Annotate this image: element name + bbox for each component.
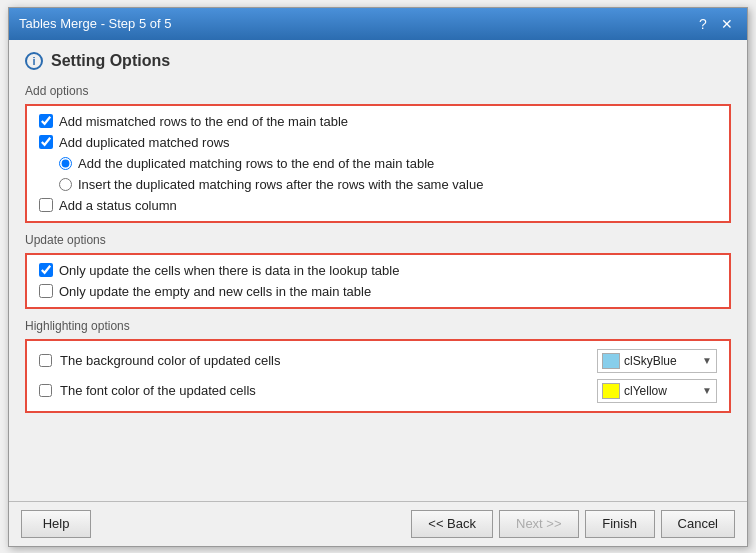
update-options-box: Only update the cells when there is data… xyxy=(25,253,731,309)
update-options-section: Update options Only update the cells whe… xyxy=(25,233,731,309)
title-bar-buttons: ? ✕ xyxy=(693,14,737,34)
font-color-swatch xyxy=(602,383,620,399)
font-color-label: The font color of the updated cells xyxy=(60,383,300,398)
highlight-options-box: The background color of updated cells cl… xyxy=(25,339,731,413)
footer-right: << Back Next >> Finish Cancel xyxy=(411,510,735,538)
title-bar-text: Tables Merge - Step 5 of 5 xyxy=(19,16,171,31)
radio-end-label: Add the duplicated matching rows to the … xyxy=(78,156,434,171)
update-lookup-label: Only update the cells when there is data… xyxy=(59,263,399,278)
highlight-options-label: Highlighting options xyxy=(25,319,731,333)
close-title-button[interactable]: ✕ xyxy=(717,14,737,34)
page-header: i Setting Options xyxy=(25,52,731,70)
back-button[interactable]: << Back xyxy=(411,510,493,538)
add-status-row[interactable]: Add a status column xyxy=(39,198,717,213)
content-area: i Setting Options Add options Add mismat… xyxy=(9,40,747,501)
update-empty-row[interactable]: Only update the empty and new cells in t… xyxy=(39,284,717,299)
font-color-checkbox[interactable] xyxy=(39,384,52,397)
help-title-button[interactable]: ? xyxy=(693,14,713,34)
add-mismatched-row[interactable]: Add mismatched rows to the end of the ma… xyxy=(39,114,717,129)
radio-end-input[interactable] xyxy=(59,157,72,170)
update-empty-checkbox[interactable] xyxy=(39,284,53,298)
add-status-label: Add a status column xyxy=(59,198,177,213)
radio-after-row[interactable]: Insert the duplicated matching rows afte… xyxy=(59,177,717,192)
dialog-window: Tables Merge - Step 5 of 5 ? ✕ i Setting… xyxy=(8,7,748,547)
add-options-label: Add options xyxy=(25,84,731,98)
bg-color-label: The background color of updated cells xyxy=(60,353,300,368)
font-color-row: The font color of the updated cells clYe… xyxy=(39,379,717,403)
footer-left: Help xyxy=(21,510,91,538)
radio-after-input[interactable] xyxy=(59,178,72,191)
font-color-dropdown[interactable]: clYellow ▼ xyxy=(597,379,717,403)
next-button[interactable]: Next >> xyxy=(499,510,579,538)
bg-color-swatch xyxy=(602,353,620,369)
font-color-name: clYellow xyxy=(624,384,696,398)
title-bar: Tables Merge - Step 5 of 5 ? ✕ xyxy=(9,8,747,40)
radio-end-row[interactable]: Add the duplicated matching rows to the … xyxy=(59,156,717,171)
bg-color-row: The background color of updated cells cl… xyxy=(39,349,717,373)
add-duplicated-checkbox[interactable] xyxy=(39,135,53,149)
add-options-section: Add options Add mismatched rows to the e… xyxy=(25,84,731,223)
info-icon: i xyxy=(25,52,43,70)
cancel-button[interactable]: Cancel xyxy=(661,510,735,538)
add-mismatched-checkbox[interactable] xyxy=(39,114,53,128)
finish-button[interactable]: Finish xyxy=(585,510,655,538)
bg-color-name: clSkyBlue xyxy=(624,354,696,368)
font-color-arrow: ▼ xyxy=(702,385,712,396)
bg-color-arrow: ▼ xyxy=(702,355,712,366)
footer: Help << Back Next >> Finish Cancel xyxy=(9,501,747,546)
highlight-options-section: Highlighting options The background colo… xyxy=(25,319,731,413)
bg-color-dropdown[interactable]: clSkyBlue ▼ xyxy=(597,349,717,373)
update-lookup-checkbox[interactable] xyxy=(39,263,53,277)
add-duplicated-label: Add duplicated matched rows xyxy=(59,135,230,150)
add-options-box: Add mismatched rows to the end of the ma… xyxy=(25,104,731,223)
update-empty-label: Only update the empty and new cells in t… xyxy=(59,284,371,299)
add-status-checkbox[interactable] xyxy=(39,198,53,212)
help-button[interactable]: Help xyxy=(21,510,91,538)
add-duplicated-row[interactable]: Add duplicated matched rows xyxy=(39,135,717,150)
update-options-label: Update options xyxy=(25,233,731,247)
bg-color-checkbox[interactable] xyxy=(39,354,52,367)
add-mismatched-label: Add mismatched rows to the end of the ma… xyxy=(59,114,348,129)
page-title: Setting Options xyxy=(51,52,170,70)
radio-after-label: Insert the duplicated matching rows afte… xyxy=(78,177,483,192)
update-lookup-row[interactable]: Only update the cells when there is data… xyxy=(39,263,717,278)
